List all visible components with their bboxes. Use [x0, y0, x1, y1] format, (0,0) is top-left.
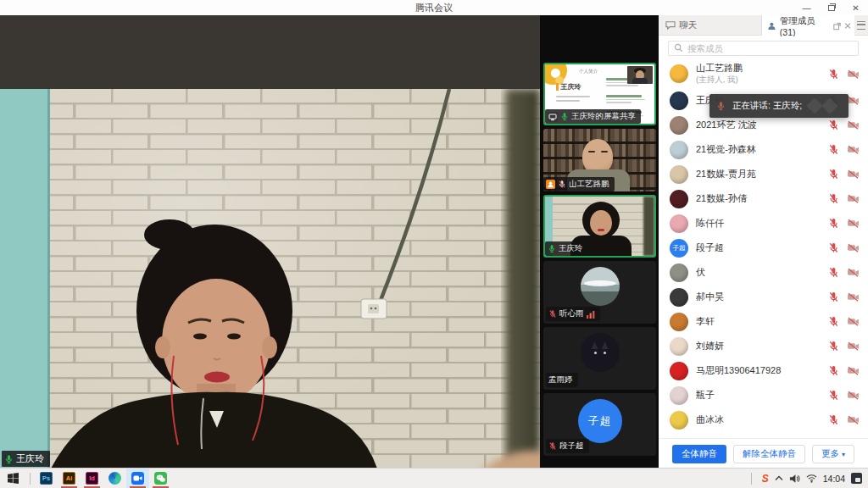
tray-chevron-up-icon[interactable] — [775, 475, 783, 481]
thumbnail-label: 听心雨 — [546, 307, 600, 321]
taskbar-meeting[interactable] — [126, 469, 149, 488]
mic-muted-icon[interactable] — [828, 365, 839, 376]
mic-muted-icon[interactable] — [828, 242, 839, 253]
camera-off-icon[interactable] — [847, 267, 860, 278]
popout-icon[interactable] — [833, 22, 841, 30]
avatar — [670, 313, 688, 331]
caret-down-icon: ▾ — [842, 451, 845, 458]
member-row[interactable]: 伏 — [659, 260, 868, 285]
minimize-button[interactable]: — — [794, 0, 819, 15]
member-name: 伏 — [696, 267, 821, 278]
thumbnail-screenshare[interactable]: 个人简介 王庆玲 王庆玲的屏幕共享 — [543, 63, 656, 125]
thumbnail-participant[interactable]: 孟雨婷 — [543, 327, 656, 390]
taskbar-edge[interactable] — [103, 469, 126, 488]
camera-off-icon[interactable] — [847, 414, 860, 425]
camera-off-icon[interactable] — [847, 291, 860, 302]
system-tray: S 14:04 — [747, 473, 868, 485]
mic-muted-icon[interactable] — [828, 169, 839, 180]
thumbnail-strip: 个人简介 王庆玲 王庆玲的屏幕共享 — [540, 15, 659, 469]
wifi-icon[interactable] — [806, 474, 817, 483]
camera-off-icon[interactable] — [847, 242, 860, 253]
watermark — [806, 97, 823, 114]
mic-muted-icon[interactable] — [828, 69, 839, 80]
avatar — [581, 267, 620, 306]
mic-muted-icon[interactable] — [828, 218, 839, 229]
close-button[interactable]: ✕ — [843, 0, 868, 15]
hamburger-icon — [857, 21, 865, 30]
close-panel-icon[interactable] — [844, 22, 851, 30]
sogou-ime-icon[interactable]: S — [762, 474, 769, 484]
thumbnail-participant[interactable]: 听心雨 — [543, 261, 656, 324]
speaking-toast-text: 正在讲话: 王庆玲; — [732, 100, 802, 112]
member-row[interactable]: 21视觉-孙森林 — [659, 137, 868, 162]
speaking-mic-icon — [716, 101, 726, 111]
search-members-input[interactable] — [668, 41, 859, 56]
taskbar-photoshop[interactable]: Ps — [35, 469, 58, 488]
member-row[interactable]: 子超 段子超 — [659, 236, 868, 260]
thumbnail-participant[interactable]: 山工艺路鹏 — [543, 129, 656, 191]
camera-off-icon[interactable] — [847, 119, 860, 130]
mic-muted-icon[interactable] — [828, 316, 839, 327]
member-row[interactable]: 瓶子 — [659, 383, 868, 408]
camera-off-icon[interactable] — [847, 69, 860, 80]
member-name: 曲冰冰 — [696, 414, 821, 425]
member-row[interactable]: 山工艺路鹏 (主持人, 我) — [659, 59, 868, 88]
mute-all-button[interactable]: 全体静音 — [672, 445, 726, 463]
camera-off-icon[interactable] — [847, 169, 860, 180]
panel-menu-button[interactable] — [854, 15, 868, 35]
thumbnail-label: 山工艺路鹏 — [543, 177, 615, 191]
edge-icon — [108, 472, 121, 485]
tab-chat[interactable]: 聊天 — [659, 15, 762, 35]
maximize-button[interactable] — [819, 0, 843, 15]
member-row[interactable]: 曲冰冰 — [659, 408, 868, 432]
panel-tabbar: 聊天 管理成员(31) — [659, 15, 868, 36]
taskbar-illustrator[interactable]: Ai — [58, 469, 81, 488]
member-row[interactable]: 21数媒-孙倩 — [659, 186, 868, 211]
mic-muted-icon[interactable] — [828, 291, 839, 302]
camera-off-icon[interactable] — [847, 341, 860, 352]
member-row[interactable]: 李轩 — [659, 309, 868, 334]
mic-muted-icon[interactable] — [828, 390, 839, 401]
mic-muted-icon[interactable] — [828, 144, 839, 155]
taskbar-wechat[interactable] — [149, 469, 172, 488]
member-row[interactable]: 21数媒-贾月苑 — [659, 162, 868, 186]
members-icon — [767, 21, 776, 31]
member-row[interactable]: 郝中昊 — [659, 285, 868, 309]
mic-muted-icon[interactable] — [828, 267, 839, 278]
camera-off-icon[interactable] — [847, 144, 860, 155]
slide-name: 王庆玲 — [556, 82, 581, 92]
avatar — [670, 362, 688, 380]
tray-separator — [751, 473, 752, 485]
camera-off-icon[interactable] — [847, 218, 860, 229]
member-row[interactable]: 马思明13906417928 — [659, 358, 868, 383]
camera-off-icon[interactable] — [847, 365, 860, 376]
camera-off-icon[interactable] — [847, 95, 860, 106]
avatar — [670, 411, 688, 430]
avatar — [670, 337, 688, 356]
avatar — [670, 116, 688, 135]
tab-members[interactable]: 管理成员(31) — [762, 15, 854, 36]
thumbnail-participant[interactable]: 子超 段子超 — [543, 393, 656, 456]
camera-off-icon[interactable] — [847, 193, 860, 204]
member-row[interactable]: 陈仟仟 — [659, 211, 868, 236]
taskbar-clock[interactable]: 14:04 — [823, 474, 845, 484]
mic-muted-icon[interactable] — [828, 193, 839, 204]
avatar — [581, 333, 620, 372]
photoshop-icon: Ps — [40, 472, 53, 485]
camera-off-icon[interactable] — [847, 316, 860, 327]
member-name: 21数媒-贾月苑 — [696, 169, 821, 180]
notification-icon[interactable] — [851, 473, 862, 484]
mic-muted-icon[interactable] — [828, 341, 839, 352]
more-button[interactable]: 更多▾ — [812, 445, 854, 463]
volume-icon[interactable] — [789, 474, 800, 484]
mic-muted-icon[interactable] — [828, 414, 839, 425]
start-button[interactable] — [0, 469, 25, 488]
main-video-stage: 王庆玲 — [0, 15, 540, 469]
camera-off-icon[interactable] — [847, 390, 860, 401]
member-name: 刘婧妍 — [696, 341, 821, 352]
thumbnail-active-speaker[interactable]: 王庆玲 — [543, 195, 656, 258]
mic-muted-icon[interactable] — [828, 119, 839, 130]
unmute-all-button[interactable]: 解除全体静音 — [733, 445, 805, 463]
taskbar-indesign[interactable]: Id — [81, 469, 103, 488]
member-row[interactable]: 刘婧妍 — [659, 334, 868, 358]
